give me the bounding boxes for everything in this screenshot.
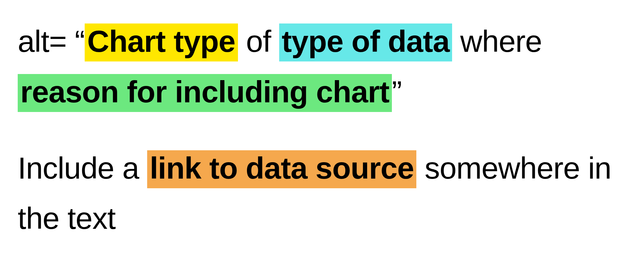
alt-suffix: ”	[392, 75, 402, 109]
link-to-data-source-placeholder: link to data source	[147, 150, 416, 188]
chart-type-placeholder: Chart type	[85, 23, 238, 61]
alt-of: of	[238, 24, 279, 58]
type-of-data-placeholder: type of data	[279, 23, 452, 61]
alt-text-template: alt= “Chart type of type of data where r…	[18, 16, 626, 117]
reason-placeholder: reason for including chart	[18, 74, 392, 112]
alt-prefix: alt= “	[18, 24, 85, 58]
include-prefix: Include a	[18, 151, 147, 185]
alt-where: where	[452, 24, 542, 58]
data-source-instruction: Include a link to data source somewhere …	[18, 143, 626, 244]
